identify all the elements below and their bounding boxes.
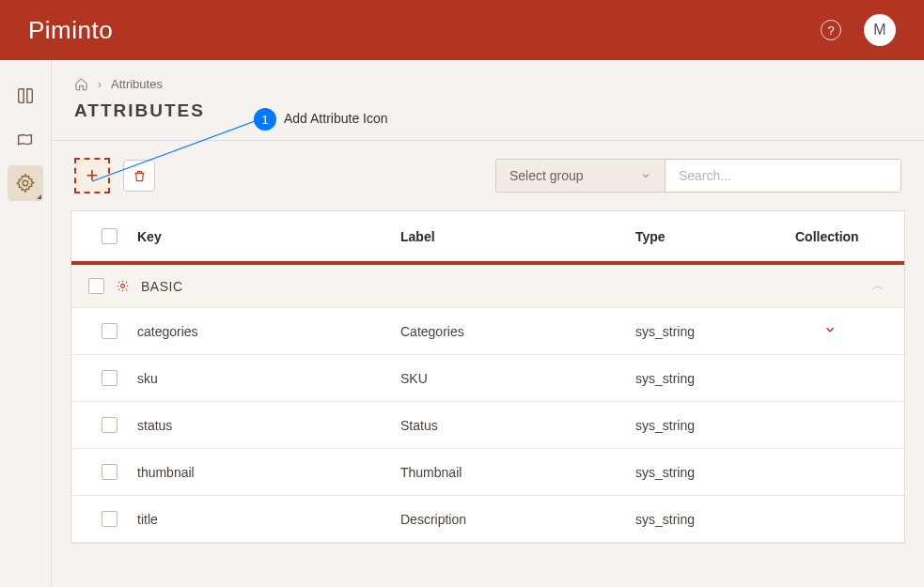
- annotation-badge: 1: [254, 108, 276, 131]
- app-logo: Piminto: [28, 16, 113, 45]
- table-header: Key Label Type Collection: [71, 211, 904, 265]
- cell-label: Status: [400, 418, 635, 433]
- toolbar-right: Select group: [495, 159, 901, 193]
- table-row[interactable]: skuSKUsys_string: [71, 355, 904, 402]
- cell-type: sys_string: [635, 371, 795, 386]
- chevron-down-icon: [640, 170, 651, 181]
- annotation-label: Add Attribute Icon: [284, 111, 388, 126]
- svg-point-0: [23, 180, 28, 186]
- group-gear-icon[interactable]: [116, 279, 130, 293]
- header-right: ? M: [821, 14, 896, 46]
- cell-key: thumbnail: [137, 465, 400, 480]
- table-row[interactable]: titleDescriptionsys_string: [71, 496, 904, 543]
- cell-key: sku: [137, 371, 400, 386]
- app-header: Piminto ? M: [0, 0, 924, 60]
- row-checkbox[interactable]: [102, 370, 117, 386]
- home-icon[interactable]: [74, 77, 88, 91]
- main-content: › Attributes ATTRIBUTES + Select group: [52, 60, 924, 587]
- page-title: ATTRIBUTES: [52, 100, 924, 140]
- cell-type: sys_string: [635, 512, 795, 527]
- column-type[interactable]: Type: [635, 229, 795, 244]
- attributes-table: Key Label Type Collection BASIC ︿ catego…: [70, 210, 905, 544]
- pages-icon: [15, 130, 36, 150]
- cell-label: SKU: [400, 371, 635, 386]
- table-body: categoriesCategoriessys_stringskuSKUsys_…: [71, 308, 904, 543]
- breadcrumb-separator: ›: [98, 78, 102, 91]
- breadcrumb: › Attributes: [52, 60, 924, 100]
- plus-icon: +: [86, 163, 99, 188]
- gear-icon: [15, 173, 36, 193]
- trash-icon: [133, 169, 147, 183]
- column-collection[interactable]: Collection: [795, 229, 895, 244]
- cell-label: Categories: [400, 324, 635, 339]
- cell-key: categories: [137, 324, 400, 339]
- group-checkbox[interactable]: [88, 278, 104, 294]
- cell-key: status: [137, 418, 400, 433]
- group-select-label: Select group: [509, 168, 584, 183]
- column-key[interactable]: Key: [137, 229, 400, 244]
- row-checkbox[interactable]: [102, 417, 117, 433]
- help-icon[interactable]: ?: [821, 20, 841, 40]
- select-all-checkbox[interactable]: [102, 228, 117, 244]
- layout: › Attributes ATTRIBUTES + Select group: [0, 60, 924, 587]
- avatar[interactable]: M: [864, 14, 896, 46]
- group-name: BASIC: [141, 279, 183, 294]
- toolbar: + Select group: [52, 141, 924, 210]
- svg-point-1: [121, 285, 125, 288]
- table-row[interactable]: statusStatussys_string: [71, 402, 904, 449]
- cell-key: title: [137, 512, 400, 527]
- chevron-down-icon: [823, 323, 837, 336]
- chevron-up-icon[interactable]: ︿: [872, 278, 884, 294]
- cell-label: Description: [400, 512, 635, 527]
- sidebar-item-pages[interactable]: [8, 122, 43, 158]
- row-checkbox[interactable]: [102, 323, 117, 339]
- row-checkbox[interactable]: [102, 511, 117, 527]
- group-row-basic[interactable]: BASIC ︿: [71, 265, 904, 308]
- cell-type: sys_string: [635, 418, 795, 433]
- group-select[interactable]: Select group: [496, 160, 666, 192]
- sidebar: [0, 60, 52, 587]
- row-checkbox[interactable]: [102, 464, 117, 480]
- cell-collection: [795, 323, 895, 339]
- cell-type: sys_string: [635, 324, 795, 339]
- toolbar-left: +: [74, 158, 155, 193]
- sidebar-item-catalog[interactable]: [8, 79, 43, 115]
- sidebar-item-settings[interactable]: [8, 165, 43, 201]
- table-row[interactable]: categoriesCategoriessys_string: [71, 308, 904, 355]
- table-row[interactable]: thumbnailThumbnailsys_string: [71, 449, 904, 496]
- add-attribute-button[interactable]: +: [74, 158, 110, 193]
- breadcrumb-current: Attributes: [111, 77, 163, 91]
- search-input[interactable]: [666, 160, 901, 192]
- column-label[interactable]: Label: [400, 229, 635, 244]
- cell-type: sys_string: [635, 465, 795, 480]
- book-icon: [15, 86, 36, 107]
- delete-button[interactable]: [123, 160, 155, 192]
- cell-label: Thumbnail: [400, 465, 635, 480]
